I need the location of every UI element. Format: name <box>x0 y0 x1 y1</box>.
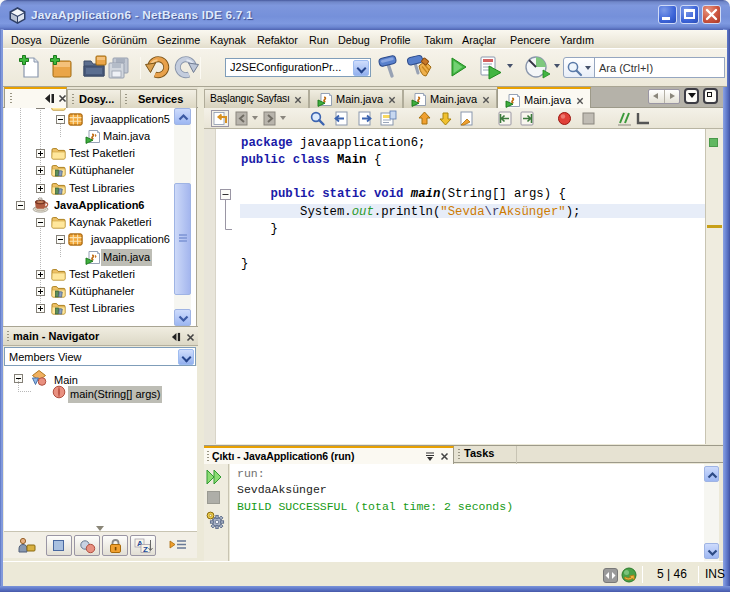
svg-text:Z: Z <box>143 545 148 554</box>
